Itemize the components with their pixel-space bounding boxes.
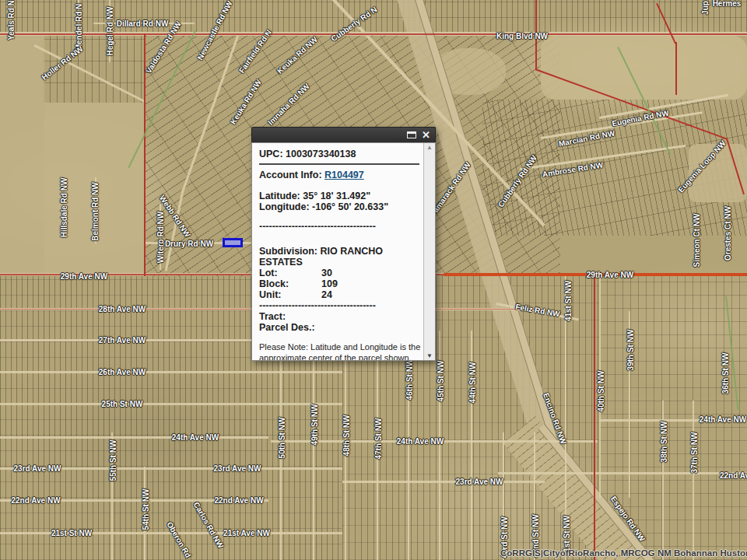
parcel-info-popup: ✕ UPC: 1003073340138 Account Info: R1044… (251, 127, 436, 361)
tract-label: Tract: (259, 311, 286, 322)
road-mendel (78, 0, 79, 54)
road-24th-e (599, 419, 747, 422)
road-23rd-c (342, 481, 545, 483)
upc-value: 1003073340138 (286, 149, 356, 159)
block-value: 109 (321, 278, 338, 289)
parcel-grid-top (0, 0, 747, 33)
boundary-line-29th-e (444, 273, 747, 276)
road-belmont (95, 177, 96, 243)
road-27th (0, 339, 268, 341)
road-42nd (534, 432, 535, 560)
latitude-value: 35° 18' 31.492" (303, 191, 370, 201)
popup-titlebar: ✕ (251, 127, 436, 142)
lot-label: Lot: (259, 268, 321, 278)
parcel-des-row: Parcel Des.: (259, 322, 421, 333)
road-21st (0, 532, 342, 534)
popup-content: UPC: 1003073340138 Account Info: R104497… (252, 143, 423, 360)
popup-scrollbar[interactable]: ▲ ▼ (423, 143, 435, 360)
upc-row: UPC: 1003073340138 (259, 149, 421, 159)
latitude-label: Latitude: (259, 191, 300, 201)
road-22nd-e (498, 472, 747, 474)
lot-value: 30 (321, 268, 332, 278)
scroll-up-icon[interactable]: ▲ (424, 144, 435, 151)
road-41st (565, 276, 566, 560)
selected-parcel-highlight[interactable] (223, 238, 243, 247)
boundary-line-40th (594, 274, 595, 560)
map-canvas[interactable]: Dillard Rd NWKing Blvd NWHermesDrury Rd … (0, 0, 747, 560)
road-40th (599, 276, 601, 498)
road-38th (662, 401, 664, 560)
boundary-line-ne1 (535, 0, 537, 70)
account-label: Account Info: (259, 170, 322, 180)
separator-line (259, 163, 419, 165)
unit-value: 24 (321, 289, 332, 300)
boundary-line-top (0, 33, 747, 35)
longitude-label: Longitude: (259, 201, 310, 212)
account-row: Account Info: R104497 (259, 170, 421, 180)
road-55th (111, 432, 113, 560)
road-25th (0, 403, 342, 405)
subdivision-row: Subdivision: RIO RANCHO ESTATES (259, 246, 421, 268)
account-link[interactable]: R104497 (324, 170, 364, 180)
road-witero (160, 204, 161, 270)
lot-row: Lot: 30 (259, 268, 421, 278)
road-54th (144, 467, 146, 560)
road-39th (629, 311, 630, 498)
road-46th (408, 331, 409, 560)
longitude-row: Longitude: -106° 50' 20.633" (259, 201, 421, 212)
block-row: Block: 109 (259, 278, 421, 289)
road-47th (377, 331, 378, 560)
popup-body: UPC: 1003073340138 Account Info: R104497… (251, 142, 436, 361)
close-icon[interactable]: ✕ (422, 130, 430, 140)
road-45th (439, 331, 440, 560)
dashed-separator: ------------------------------------ (259, 221, 421, 232)
tract-row: Tract: (259, 311, 421, 322)
restore-window-icon[interactable] (407, 131, 416, 138)
road-26th (0, 371, 342, 373)
unit-row: Unit: 24 (259, 289, 421, 300)
road-43rd (503, 432, 504, 560)
map-attribution: CoRRGIS|CityofRioRancho, MRCOG NM Bohann… (500, 548, 747, 558)
road-23rd-w (0, 467, 342, 470)
parcel-grid-bottomright (599, 276, 747, 560)
road-22nd-w (0, 499, 268, 502)
open-land-west (0, 33, 44, 276)
scroll-down-icon[interactable]: ▼ (424, 352, 435, 359)
road-37th (693, 401, 694, 560)
longitude-value: -106° 50' 20.633" (312, 201, 388, 212)
latitude-row: Latitude: 35° 18' 31.492" (259, 191, 421, 201)
road-24th-c (271, 440, 598, 443)
popup-note: Please Note: Latitude and Longitude is t… (259, 341, 421, 360)
block-label: Block: (259, 278, 321, 289)
road-hillsdale (65, 177, 66, 236)
open-land-arroyo-ne (541, 36, 747, 100)
road-hegel (109, 0, 110, 62)
unit-label: Unit: (259, 289, 321, 300)
boundary-line-west (144, 33, 146, 276)
dashed-separator-2: ------------------------------------ (259, 300, 421, 311)
parcel-des-label: Parcel Des.: (259, 322, 315, 333)
upc-label: UPC: (259, 149, 283, 159)
subdivision-label: Subdivision: (259, 246, 317, 257)
boundary-line-ne5 (675, 42, 677, 95)
road-44th (471, 331, 472, 560)
road-24th-w (0, 436, 268, 439)
